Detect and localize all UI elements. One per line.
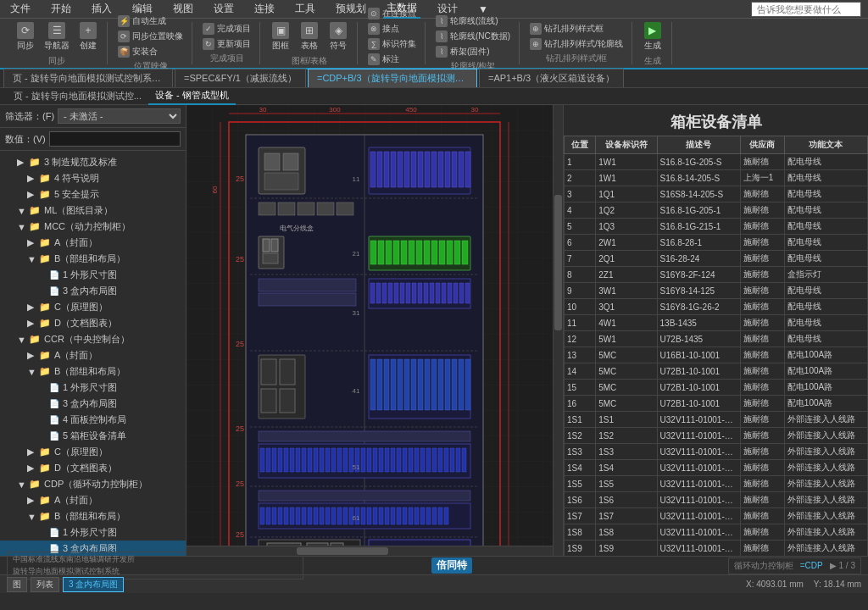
table-row[interactable]: 41Q2S16.8-1G-205-1施耐德配电母线	[565, 202, 868, 219]
tree-item[interactable]: 📄1 外形尺寸图	[0, 380, 186, 396]
table-row[interactable]: 155MCU72B1-10-1001施耐德配电100A路	[565, 380, 868, 396]
ribbon-btn-sync-loc[interactable]: ⟳ 同步位置映像	[114, 30, 186, 43]
table-row[interactable]: 1S71S7U32V111-01001-1001施耐德外部连接入人线路	[565, 508, 868, 524]
table-cell: 1Q3	[596, 219, 657, 235]
tree-item-label: B（部组和布局）	[54, 365, 125, 378]
table-row[interactable]: 31Q1S16S8-14-205-S施耐德配电母线	[565, 186, 868, 202]
table-row[interactable]: 1S81S8U32V111-01001-1001施耐德外部连接入人线路	[565, 524, 868, 541]
table-row[interactable]: 93W1S16Y8-14-125施耐德配电母线	[565, 283, 868, 299]
tree-item[interactable]: ▶📁D（文档图表）	[0, 315, 186, 331]
table-row[interactable]: 103Q1S16Y8-1G-26-2施耐德配电母线	[565, 299, 868, 315]
ribbon-btn-frame[interactable]: ▣ 图框	[267, 20, 294, 53]
tree-item[interactable]: ▶📁A（封面）	[0, 347, 186, 363]
ribbon-btn-connection-pt[interactable]: ⊙ 在连接点	[364, 7, 420, 20]
svg-rect-72	[259, 293, 356, 306]
tree-item[interactable]: ▼📁B（部组和布局）	[0, 363, 186, 380]
tree-item[interactable]: 📄3 盒内布局图	[0, 396, 186, 412]
filter-select[interactable]: - 未激活 -	[58, 108, 181, 124]
tree-item[interactable]: ▼📁MCC（动力控制柜）	[0, 219, 186, 235]
folder-icon: 📁	[39, 495, 51, 506]
tree-item[interactable]: ▼📁B（部组和布局）	[0, 508, 186, 524]
ribbon-btn-drill-outline[interactable]: ⊕ 钻孔排列样式/轮廓线	[526, 37, 626, 51]
ribbon-btn-id-set[interactable]: ∑ 标识符集	[364, 37, 420, 51]
doc-tab-cdp[interactable]: =CDP+B/3（旋转导向地面模拟测试控制系统） ✕	[308, 69, 477, 87]
ribbon-btn-generate[interactable]: ▶ 生成	[639, 20, 666, 53]
sub-tab-device[interactable]: 设备 - 钢管成型机	[148, 87, 236, 105]
tree-item[interactable]: ▶📁3 制造规范及标准	[0, 154, 186, 170]
tree-item[interactable]: 📄5 箱柜设备清单	[0, 428, 186, 444]
btn-list-tab[interactable]: 列表	[31, 577, 59, 592]
btn-layout-tab[interactable]: 3 盒内布局图	[63, 577, 124, 592]
ribbon-btn-outline-flow[interactable]: ⌇ 轮廓线(流线)	[432, 14, 514, 28]
value-input[interactable]	[49, 131, 181, 147]
ribbon-btn-update[interactable]: ↻ 更新项目	[199, 37, 254, 51]
ribbon-btn-create[interactable]: + 创建	[75, 20, 102, 53]
tree-item[interactable]: ▶📁5 安全提示	[0, 186, 186, 202]
menu-insert[interactable]: 插入	[88, 0, 115, 18]
tree-item[interactable]: ▼📁ML（图纸目录）	[0, 202, 186, 219]
table-row[interactable]: 165MCU72B1-10-1001施耐德配电100A路	[565, 396, 868, 412]
tree-item[interactable]: ▶📁A（封面）	[0, 492, 186, 508]
table-row[interactable]: 1S31S3U32V111-01001-1001施耐德外部连接入人线路	[565, 444, 868, 460]
ribbon-btn-mark[interactable]: ✎ 标注	[364, 53, 420, 66]
tree-item[interactable]: 📄4 面板控制布局	[0, 412, 186, 428]
tree-item[interactable]: ▼📁CDP（循环动力控制柜）	[0, 476, 186, 492]
tree-item[interactable]: ▼📁CCR（中央控制台）	[0, 331, 186, 347]
tree-item[interactable]: ▶📁C（原理图）	[0, 444, 186, 460]
ribbon-btn-bridge[interactable]: ⌇ 桥架(固件)	[432, 45, 514, 58]
table-row[interactable]: 82Z1S16Y8-2F-124施耐德盒指示灯	[565, 267, 868, 283]
table-row[interactable]: 11W1S16.8-1G-205-S施耐德配电母线	[565, 154, 868, 170]
ribbon-btn-sync[interactable]: ⟳ 同步	[12, 20, 39, 53]
table-row[interactable]: 135MCU16B1-10-1001施耐德配电100A路	[565, 347, 868, 363]
ribbon-btn-outline-nc[interactable]: ⌇ 轮廓线(NC数据)	[432, 30, 514, 43]
tree-item[interactable]: ▼📁B（部组和布局）	[0, 251, 186, 267]
tree-item[interactable]: ▶📁A（封面）	[0, 235, 186, 251]
canvas-area[interactable]: 30 300 450 30 60 25 25 25 25 25 25	[186, 105, 563, 556]
table-row[interactable]: 72Q1S16-28-24施耐德配电母线	[565, 251, 868, 267]
table-row[interactable]: 51Q3S16.8-1G-215-1施耐德配电母线	[565, 219, 868, 235]
doc-tab-close[interactable]: ✕	[167, 73, 173, 83]
tree-item[interactable]: ▶📁4 符号说明	[0, 170, 186, 186]
menu-tools[interactable]: 工具	[292, 0, 319, 18]
ribbon-btn-contact[interactable]: ⊗ 接点	[364, 22, 420, 36]
svg-rect-181	[438, 507, 442, 524]
ribbon-btn-install[interactable]: 📦 安装合	[114, 45, 186, 58]
btn-page-tab[interactable]: 图	[7, 577, 27, 592]
menu-file[interactable]: 文件	[7, 0, 34, 18]
doc-tab-main[interactable]: 页 - 旋转导向地面模拟测试控制系统 ✕	[3, 69, 173, 87]
ribbon-btn-complete[interactable]: ✓ 完成项目	[199, 22, 254, 36]
scroll-thumb-horizontal[interactable]	[297, 547, 388, 555]
menu-connect[interactable]: 连接	[251, 0, 278, 18]
menu-start[interactable]: 开始	[47, 0, 75, 18]
ribbon-btn-autogen[interactable]: ⚡ 自动生成	[114, 14, 186, 28]
doc-tab-ap1[interactable]: =AP1+B/3（液火区箱送设备）	[479, 69, 624, 87]
table-row[interactable]: 125W1U72B-1435施耐德配电母线	[565, 331, 868, 347]
scrollbar-vertical[interactable]	[553, 105, 563, 556]
menu-settings[interactable]: 设置	[210, 0, 237, 18]
ribbon-btn-table[interactable]: ⊞ 表格	[296, 20, 323, 53]
table-row[interactable]: 1S11S1U32V111-01001-1001施耐德外部连接入人线路	[565, 412, 868, 428]
table-row[interactable]: 21W1S16.8-14-205-S上海一1配电母线	[565, 170, 868, 186]
tree-item[interactable]: 📄1 外形尺寸图	[0, 524, 186, 541]
scrollbar-horizontal[interactable]	[186, 546, 553, 556]
doc-tab-spec[interactable]: =SPEC&FY/1（减振流线）	[175, 69, 306, 87]
table-row[interactable]: 114W113B-1435施耐德配电母线	[565, 315, 868, 331]
table-row[interactable]: 1S21S2U32V111-01001-1001施耐德外部连接入人线路	[565, 428, 868, 444]
table-row[interactable]: 62W1S16.8-28-1施耐德配电母线	[565, 235, 868, 251]
ribbon-btn-navigator[interactable]: ☰ 导航器	[41, 20, 73, 53]
search-input[interactable]	[751, 2, 861, 17]
tree-item[interactable]: 📄1 外形尺寸图	[0, 267, 186, 283]
table-cell: 2	[565, 170, 596, 186]
table-row[interactable]: 1S41S4U32V111-01001-1001施耐德外部连接入人线路	[565, 460, 868, 476]
tree-item[interactable]: ▶📁D（文档图表）	[0, 460, 186, 476]
ribbon-btn-drill-frame[interactable]: ⊕ 钻孔排列样式框	[526, 22, 626, 36]
scroll-thumb-vertical[interactable]	[554, 195, 562, 330]
ribbon-btn-symbol[interactable]: ◈ 符号	[325, 20, 352, 53]
table-row[interactable]: 145MCU72B1-10-1001施耐德配电100A路	[565, 363, 868, 380]
tree-item[interactable]: 📄3 盒内布局图	[0, 283, 186, 299]
svg-text:450: 450	[405, 106, 417, 114]
table-row[interactable]: 1S61S6U32V111-01001-1001施耐德外部连接入人线路	[565, 492, 868, 508]
table-row[interactable]: 1S51S5U32V111-01001-1001施耐德外部连接入人线路	[565, 476, 868, 492]
tree-item[interactable]: ▶📁C（原理图）	[0, 299, 186, 315]
sub-tab-page[interactable]: 页 - 旋转导向地面模拟测试控...	[7, 88, 148, 104]
